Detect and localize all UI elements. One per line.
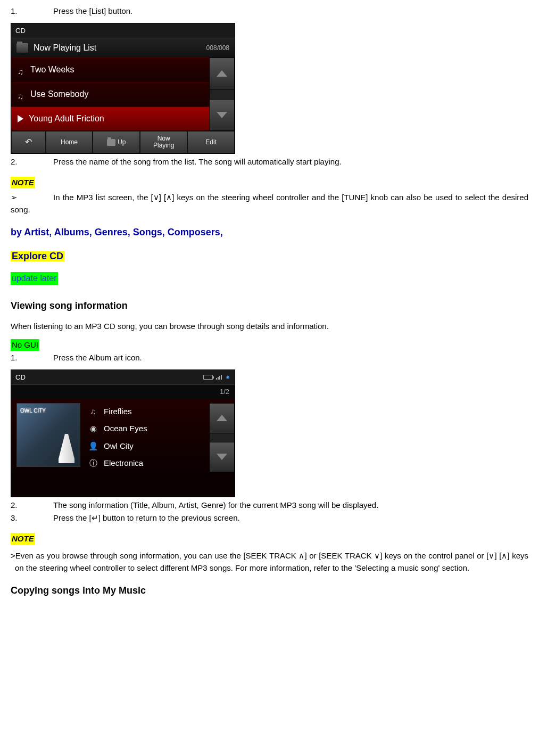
- scroll-up-button[interactable]: [209, 403, 235, 433]
- signal-icon: [216, 375, 222, 380]
- back-icon: [25, 137, 32, 147]
- bullet-marker: ➢: [11, 192, 53, 204]
- up-button[interactable]: Up: [93, 131, 140, 153]
- step-number: 3.: [11, 512, 53, 524]
- note-text: In the MP3 list screen, the [∨] [∧] keys…: [11, 193, 528, 214]
- screen-title: CD: [11, 23, 235, 39]
- scroll-track: [209, 433, 235, 442]
- disc-icon: ◉: [88, 423, 98, 435]
- home-button[interactable]: Home: [46, 131, 93, 153]
- info-value: Electronica: [104, 457, 143, 470]
- track-row[interactable]: Two Weeks: [11, 57, 209, 82]
- music-note-icon: [18, 65, 25, 74]
- no-gui-note: No GUI: [11, 339, 39, 351]
- info-row-title: ♫ Fireflies: [86, 403, 204, 421]
- note-label: NOTE: [11, 533, 35, 545]
- heading-by-artist: by Artist, Albums, Genres, Songs, Compos…: [11, 225, 528, 240]
- step-a1: 1. Press the Album art icon.: [11, 352, 528, 364]
- scroll-down-button[interactable]: [209, 442, 235, 472]
- track-title: Two Weeks: [30, 63, 74, 76]
- heading-explore-cd: Explore CD: [11, 249, 528, 264]
- step-2: 2. Press the name of the song from the l…: [11, 156, 528, 168]
- step-1: 1. Press the [List] button.: [11, 5, 528, 18]
- status-bar: ⁕: [203, 373, 230, 382]
- step-number: 2.: [11, 499, 53, 512]
- chevron-down-icon: [217, 112, 227, 118]
- screen-title: CD: [15, 372, 26, 383]
- step-a2: 2. The song information (Title, Album, A…: [11, 499, 528, 512]
- info-icon: ⓘ: [88, 457, 98, 470]
- battery-icon: [203, 375, 213, 380]
- step-text: Press the [↵] button to return to the pr…: [53, 512, 528, 524]
- person-icon: 👤: [88, 440, 98, 453]
- scroll-up-button[interactable]: [209, 57, 235, 89]
- step-number: 1.: [11, 352, 53, 364]
- track-row-active[interactable]: Young Adult Friction: [11, 106, 209, 131]
- chevron-down-icon: [217, 454, 227, 460]
- album-art-graphic: [59, 434, 74, 463]
- page-indicator: 1/2: [11, 385, 235, 399]
- info-value: Fireflies: [104, 406, 132, 418]
- step-number: 2.: [11, 156, 53, 168]
- note-label: NOTE: [11, 177, 35, 189]
- now-playing-label: Now Playing List: [34, 42, 96, 54]
- folder-icon: [16, 43, 28, 53]
- heading-copying: Copying songs into My Music: [11, 584, 528, 598]
- scroll-track: [209, 89, 235, 98]
- music-note-icon: ♫: [88, 406, 98, 418]
- update-later-note: update later: [11, 272, 58, 285]
- back-button[interactable]: [11, 131, 46, 153]
- track-row[interactable]: Use Somebody: [11, 82, 209, 106]
- album-art[interactable]: OWL CITY: [16, 403, 80, 467]
- chevron-up-icon: [217, 70, 227, 77]
- folder-up-icon: [107, 139, 115, 146]
- screenshot-cd-info: CD ⁕ 1/2 OWL CITY ♫ Fireflies ◉ Ocean Ey…: [11, 369, 235, 497]
- track-title: Use Somebody: [30, 88, 88, 101]
- chevron-up-icon: [217, 415, 227, 421]
- spacer: [11, 476, 235, 497]
- step-number: 1.: [11, 5, 53, 18]
- step-text: Press the Album art icon.: [53, 352, 528, 364]
- info-value: Owl City: [104, 440, 134, 453]
- info-row-album: ◉ Ocean Eyes: [86, 420, 204, 438]
- heading-viewing-info: Viewing song information: [11, 299, 528, 313]
- info-value: Ocean Eyes: [104, 423, 147, 435]
- track-count: 008/008: [206, 43, 229, 53]
- button-label: Edit: [205, 139, 217, 146]
- step-text: Press the name of the song from the list…: [53, 156, 528, 168]
- button-label: Up: [118, 139, 126, 146]
- button-label: Now Playing: [153, 135, 174, 149]
- music-note-icon: [18, 90, 25, 98]
- info-row-artist: 👤 Owl City: [86, 438, 204, 455]
- play-icon: [18, 115, 23, 122]
- info-row-genre: ⓘ Electronica: [86, 455, 204, 472]
- edit-button[interactable]: Edit: [187, 131, 235, 153]
- step-a3: 3. Press the [↵] button to return to the…: [11, 512, 528, 524]
- track-title: Young Adult Friction: [29, 112, 104, 125]
- step-text: Press the [List] button.: [53, 5, 528, 18]
- now-playing-button[interactable]: Now Playing: [140, 131, 187, 153]
- album-art-title: OWL CITY: [20, 407, 77, 415]
- now-playing-header: Now Playing List 008/008: [11, 38, 235, 57]
- step-text: The song information (Title, Album, Arti…: [53, 499, 528, 512]
- button-label: Home: [61, 139, 78, 146]
- bluetooth-icon: ⁕: [225, 373, 230, 382]
- screenshot-cd-list: CD Now Playing List 008/008 Two Weeks Us…: [11, 23, 235, 154]
- paragraph-viewing: When listening to an MP3 CD song, you ca…: [11, 321, 528, 333]
- scroll-down-button[interactable]: [209, 99, 235, 131]
- note-text: >Even as you browse through song informa…: [11, 550, 528, 574]
- note-body: ➢In the MP3 list screen, the [∨] [∧] key…: [11, 192, 528, 216]
